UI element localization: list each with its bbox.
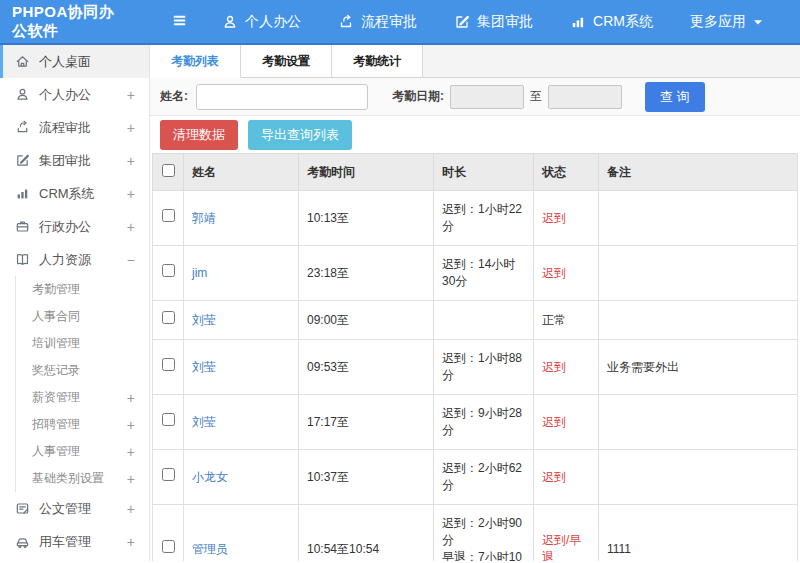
sidebar-item-个人桌面[interactable]: 个人桌面 <box>0 45 149 78</box>
sidebar-item-公文管理[interactable]: 公文管理+ <box>0 492 149 525</box>
employee-name-link[interactable]: 刘莹 <box>192 313 216 327</box>
table-row: 郭靖10:13至迟到：1小时22分迟到 <box>153 191 798 246</box>
status-cell: 迟到 <box>534 191 599 246</box>
topnav-item-label: 流程审批 <box>361 13 417 31</box>
sidebar-item-label: 招聘管理 <box>32 416 80 433</box>
topnav-item-0[interactable]: 个人办公 <box>222 13 301 31</box>
tab-考勤统计[interactable]: 考勤统计 <box>332 45 423 77</box>
sidebar-item-流程审批[interactable]: 流程审批+ <box>0 111 149 144</box>
hamburger-icon <box>171 12 188 32</box>
date-to-label: 至 <box>530 88 542 105</box>
export-list-button[interactable]: 导出查询列表 <box>248 120 352 150</box>
select-all-checkbox[interactable] <box>162 164 175 177</box>
attendance-time-cell: 10:37至 <box>299 450 434 505</box>
hamburger-menu-button[interactable] <box>171 12 188 32</box>
row-checkbox[interactable] <box>162 311 175 324</box>
sidebar-item-label: 集团审批 <box>39 152 91 170</box>
remark-cell <box>599 191 798 246</box>
sidebar-item-个人办公[interactable]: 个人办公+ <box>0 78 149 111</box>
topnav-item-label: CRM系统 <box>593 13 653 31</box>
employee-name-link[interactable]: 小龙女 <box>192 470 228 484</box>
tab-考勤设置[interactable]: 考勤设置 <box>241 45 332 77</box>
car-icon <box>15 534 30 549</box>
duration-cell: 迟到：14小时30分 <box>434 246 534 301</box>
sidebar-item-人事合同[interactable]: 人事合同 <box>0 303 149 330</box>
employee-name-link[interactable]: jim <box>192 266 207 280</box>
name-label: 姓名: <box>160 88 188 105</box>
expand-plus-icon[interactable]: + <box>127 88 135 102</box>
clean-data-button[interactable]: 清理数据 <box>160 120 238 150</box>
attendance-time-cell: 10:54至10:54 <box>299 505 434 562</box>
sidebar-item-label: CRM系统 <box>39 185 95 203</box>
expand-plus-icon[interactable]: + <box>127 472 135 486</box>
topbar-nav: 个人办公流程审批集团审批CRM系统更多应用 <box>222 13 800 31</box>
status-cell: 迟到/早退 <box>534 505 599 562</box>
expand-plus-icon[interactable]: + <box>127 391 135 405</box>
row-checkbox[interactable] <box>162 209 175 222</box>
person-icon <box>15 87 30 102</box>
date-to-input[interactable] <box>548 85 622 109</box>
duration-cell: 迟到：2小时62分 <box>434 450 534 505</box>
sidebar-item-考勤管理[interactable]: 考勤管理 <box>0 276 149 303</box>
duration-cell: 迟到：1小时22分 <box>434 191 534 246</box>
column-header-姓名: 姓名 <box>184 154 299 191</box>
row-checkbox[interactable] <box>162 540 175 553</box>
book-icon <box>15 252 30 267</box>
duration-cell: 迟到：2小时90分 早退：7小时10分 <box>434 505 534 562</box>
barchart-icon <box>570 14 586 30</box>
barchart-icon <box>15 186 30 201</box>
expand-plus-icon[interactable]: + <box>127 220 135 234</box>
employee-name-link[interactable]: 管理员 <box>192 542 228 556</box>
name-input[interactable] <box>196 84 368 110</box>
sidebar-item-招聘管理[interactable]: 招聘管理+ <box>0 411 149 438</box>
sidebar-item-用车管理[interactable]: 用车管理+ <box>0 525 149 558</box>
date-from-input[interactable] <box>450 85 524 109</box>
employee-name-link[interactable]: 刘莹 <box>192 415 216 429</box>
duration-cell: 迟到：1小时88分 <box>434 340 534 395</box>
query-button[interactable]: 查 询 <box>645 82 705 112</box>
table-row: 刘莹17:17至迟到：9小时28分迟到 <box>153 395 798 450</box>
expand-plus-icon[interactable]: + <box>127 502 135 516</box>
sidebar-item-基础类别设置[interactable]: 基础类别设置+ <box>0 465 149 492</box>
caret-down-icon <box>753 17 763 27</box>
topnav-item-label: 更多应用 <box>690 13 746 31</box>
table-header-row: 姓名考勤时间时长状态备注 <box>153 154 798 191</box>
duration-cell <box>434 301 534 340</box>
table-row: jim23:18至迟到：14小时30分迟到 <box>153 246 798 301</box>
topnav-item-4[interactable]: 更多应用 <box>690 13 763 31</box>
page-layout: 个人桌面个人办公+流程审批+集团审批+CRM系统+行政办公+人力资源−考勤管理人… <box>0 45 800 561</box>
sidebar-item-行政办公[interactable]: 行政办公+ <box>0 210 149 243</box>
row-checkbox[interactable] <box>162 413 175 426</box>
sidebar-item-奖惩记录[interactable]: 奖惩记录 <box>0 357 149 384</box>
topnav-item-1[interactable]: 流程审批 <box>338 13 417 31</box>
expand-plus-icon[interactable]: + <box>127 187 135 201</box>
sidebar-item-label: 薪资管理 <box>32 389 80 406</box>
column-header-考勤时间: 考勤时间 <box>299 154 434 191</box>
row-checkbox[interactable] <box>162 264 175 277</box>
collapse-minus-icon[interactable]: − <box>127 253 135 267</box>
topnav-item-3[interactable]: CRM系统 <box>570 13 653 31</box>
expand-plus-icon[interactable]: + <box>127 154 135 168</box>
expand-plus-icon[interactable]: + <box>127 418 135 432</box>
status-cell: 正常 <box>534 301 599 340</box>
sidebar-item-集团审批[interactable]: 集团审批+ <box>0 144 149 177</box>
tab-考勤列表[interactable]: 考勤列表 <box>150 45 241 78</box>
sidebar-item-label: 人事管理 <box>32 443 80 460</box>
column-header-备注: 备注 <box>599 154 798 191</box>
remark-cell <box>599 246 798 301</box>
sidebar-item-薪资管理[interactable]: 薪资管理+ <box>0 384 149 411</box>
sidebar-item-CRM系统[interactable]: CRM系统+ <box>0 177 149 210</box>
topnav-item-label: 集团审批 <box>477 13 533 31</box>
employee-name-link[interactable]: 郭靖 <box>192 211 216 225</box>
topnav-item-2[interactable]: 集团审批 <box>454 13 533 31</box>
sidebar-item-人事管理[interactable]: 人事管理+ <box>0 438 149 465</box>
row-checkbox[interactable] <box>162 468 175 481</box>
sidebar-item-培训管理[interactable]: 培训管理 <box>0 330 149 357</box>
expand-plus-icon[interactable]: + <box>127 535 135 549</box>
expand-plus-icon[interactable]: + <box>127 121 135 135</box>
expand-plus-icon[interactable]: + <box>127 445 135 459</box>
sidebar-item-人力资源[interactable]: 人力资源− <box>0 243 149 276</box>
row-checkbox[interactable] <box>162 358 175 371</box>
remark-cell <box>599 301 798 340</box>
employee-name-link[interactable]: 刘莹 <box>192 360 216 374</box>
